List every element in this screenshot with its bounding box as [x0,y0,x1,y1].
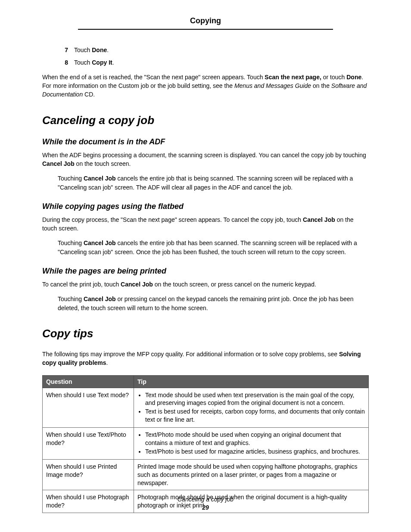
page-footer: Canceling a copy job 29 [0,495,411,512]
bold-text: Cancel Job [84,240,116,246]
bold-text: Cancel Job [84,175,116,182]
step-text: Touch Copy It. [74,59,369,67]
bold-text: Done [92,47,107,53]
table-cell-tip: Text/Photo mode should be used when copy… [134,428,369,460]
text: Touch [74,59,92,66]
table-cell-question: When should I use Text mode? [43,388,134,428]
text: on the touch screen, or press cancel on … [153,281,316,288]
bold-text: Cancel Job [121,281,153,288]
text: on the [311,82,331,89]
table-cell-tip: Text mode should be used when text prese… [134,388,369,428]
text: CD. [83,91,95,98]
heading-copy-tips: Copy tips [42,327,369,340]
subheading-flatbed: While copying pages using the flatbed [42,202,369,211]
tip-list-item: Text/Photo is best used for magazine art… [145,448,365,456]
step-row: 8 Touch Copy It. [58,59,369,67]
text: Touching [58,296,84,302]
text: When the end of a set is reached, the "S… [42,74,265,81]
text: Touch [74,47,92,53]
table-row: When should I use Printed Image mode?Pri… [43,459,369,490]
paragraph: The following tips may improve the MFP c… [42,350,369,367]
table-cell-question: When should I use Printed Image mode? [43,459,134,490]
text: or touch [321,74,346,81]
paragraph: During the copy process, the "Scan the n… [42,215,369,233]
footer-section-title: Canceling a copy job [0,495,411,504]
table-cell-question: When should I use Text/Photo mode? [43,428,134,460]
tip-list-item: Text mode should be used when text prese… [145,391,365,408]
text: When the ADF begins processing a documen… [42,152,366,159]
paragraph: To cancel the print job, touch Cancel Jo… [42,280,369,289]
text: Touching [58,240,84,246]
bold-text: Scan the next page, [265,74,321,81]
text: Touching [58,175,84,182]
text: . [106,359,108,366]
bold-text: Cancel Job [303,216,335,223]
bold-text: Done [346,74,361,81]
text: During the copy process, the "Scan the n… [42,216,303,223]
bold-text: Cancel Job [42,160,75,167]
subheading-adf: While the document is in the ADF [42,137,369,146]
paragraph: When the ADF begins processing a documen… [42,151,369,168]
step-row: 7 Touch Done. [58,46,369,54]
table-header-tip: Tip [134,375,369,388]
step-number: 7 [58,47,68,53]
text: on the touch screen. [75,160,131,167]
paragraph-indented: Touching Cancel Job cancels the entire j… [58,239,369,256]
step-text: Touch Done. [74,46,369,54]
italic-text: Menus and Messages Guide [234,82,311,89]
tip-list: Text mode should be used when text prese… [137,391,365,424]
paragraph-indented: Touching Cancel Job cancels the entire j… [58,174,369,192]
table-cell-tip: Printed Image mode should be used when c… [134,459,369,490]
table-row: When should I use Text/Photo mode?Text/P… [43,428,369,460]
subheading-printed: While the pages are being printed [42,267,369,276]
text: . [107,47,109,53]
text: . [112,59,114,66]
footer-page-number: 29 [0,504,411,512]
page-header-title: Copying [78,16,333,30]
table-row: When should I use Text mode?Text mode sh… [43,388,369,428]
table-header-question: Question [43,375,134,388]
text: To cancel the print job, touch [42,281,121,288]
tip-list-item: Text is best used for receipts, carbon c… [145,408,365,424]
paragraph: When the end of a set is reached, the "S… [42,73,369,99]
tips-table: Question Tip When should I use Text mode… [42,375,369,513]
text: The following tips may improve the MFP c… [42,351,339,358]
bold-text: Cancel Job [84,296,116,302]
bold-text: Copy It [92,59,112,66]
heading-canceling: Canceling a copy job [42,114,369,127]
step-number: 8 [58,59,68,66]
tip-list: Text/Photo mode should be used when copy… [137,431,365,456]
tip-list-item: Text/Photo mode should be used when copy… [145,431,365,447]
step-list: 7 Touch Done. 8 Touch Copy It. [58,46,369,67]
paragraph-indented: Touching Cancel Job or pressing cancel o… [58,295,369,312]
